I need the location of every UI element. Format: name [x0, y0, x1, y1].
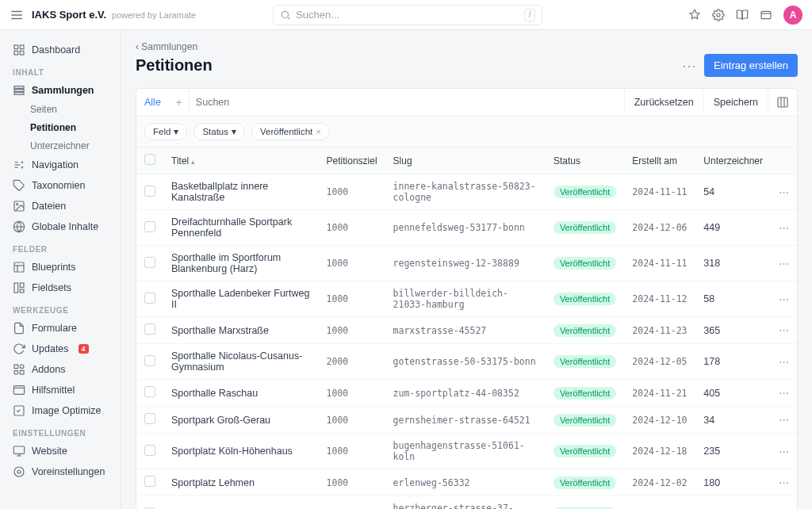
- filter-chip-published[interactable]: Veröffentlicht ×: [251, 123, 330, 140]
- sidebar-item-voreinstellungen[interactable]: Voreinstellungen: [8, 461, 116, 482]
- table-row[interactable]: Dreifachturnhalle Sportpark Pennenfeld 1…: [136, 210, 797, 246]
- col-slug[interactable]: Slug: [385, 147, 546, 174]
- status-badge: Veröffentlicht: [553, 324, 616, 337]
- sidebar-item-dashboard[interactable]: Dashboard: [8, 40, 116, 60]
- table-row[interactable]: Sporthalle Ladenbeker Furtweg II 1000 bi…: [136, 281, 797, 317]
- table-row[interactable]: Sporthalle Raschau 1000 zum-sportplatz-4…: [136, 380, 797, 407]
- row-actions-menu[interactable]: ⋯: [771, 210, 797, 246]
- row-checkbox[interactable]: [144, 386, 155, 397]
- sidebar-item-globale[interactable]: Globale Inhalte: [8, 216, 116, 237]
- col-erstellt[interactable]: Erstellt am: [624, 147, 695, 174]
- sidebar-sub-petitionen[interactable]: Petitionen: [8, 119, 116, 137]
- table-row[interactable]: Sportpark Groß-Gerau 1000 gernsheimer-st…: [136, 407, 797, 434]
- add-tab-button[interactable]: ＋: [169, 89, 189, 116]
- sidebar-item-navigation[interactable]: Navigation: [8, 155, 116, 175]
- sidebar-sub-unterzeichner[interactable]: Unterzeichner: [8, 137, 116, 155]
- page-actions-menu[interactable]: ⋯: [682, 59, 696, 73]
- row-actions-menu[interactable]: ⋯: [771, 344, 797, 380]
- sidebar-item-fieldsets[interactable]: Fieldsets: [8, 277, 116, 298]
- row-checkbox[interactable]: [144, 476, 155, 487]
- hamburger-icon[interactable]: [10, 8, 24, 22]
- table-row[interactable]: Sporthalle Nicolaus-Cusanus-Gymnasium 20…: [136, 344, 797, 380]
- reset-filters-button[interactable]: Zurücksetzen: [624, 90, 703, 114]
- col-unterzeichner[interactable]: Unterzeichner: [695, 147, 771, 174]
- gear-icon[interactable]: [712, 9, 725, 21]
- avatar[interactable]: A: [783, 6, 802, 25]
- sidebar-item-image-optimize[interactable]: Image Optimize: [8, 400, 116, 421]
- global-search[interactable]: Suchen... /: [273, 5, 542, 25]
- cell-titel: Sportplatz Köln-Höhenhaus: [163, 434, 319, 469]
- col-status[interactable]: Status: [546, 147, 624, 174]
- chevron-down-icon: ▾: [174, 126, 178, 137]
- sidebar-item-hilfsmittel[interactable]: Hilfsmittel: [8, 380, 116, 400]
- breadcrumb[interactable]: ‹ Sammlungen: [136, 41, 798, 52]
- table-row[interactable]: Sporthalle im Sportforum Blankenburg (Ha…: [136, 246, 797, 281]
- cell-titel: Sporthalle Ladenbeker Furtweg II: [163, 281, 319, 317]
- data-panel: Alle ＋ Zurücksetzen Speichern Feld ▾ Sta…: [136, 88, 798, 509]
- filter-chip-status[interactable]: Status ▾: [193, 123, 245, 140]
- cell-date: 2024-11-12: [624, 281, 695, 317]
- row-actions-menu[interactable]: ⋯: [771, 281, 797, 317]
- row-actions-menu[interactable]: ⋯: [771, 174, 797, 210]
- table-row[interactable]: Basketballplatz innere Kanalstraße 1000 …: [136, 174, 797, 210]
- row-checkbox[interactable]: [144, 355, 155, 366]
- row-checkbox[interactable]: [144, 186, 155, 197]
- globe-icon: [13, 220, 25, 233]
- cell-slug: bugenhagenstrasse-51061-koln: [385, 434, 546, 469]
- table-row[interactable]: Sporthalle Marxstraße 1000 marxstrasse-4…: [136, 317, 797, 344]
- create-entry-button[interactable]: Eintrag erstellen: [704, 54, 798, 77]
- cell-petitionsziel: 1000: [319, 469, 385, 496]
- columns-toggle-button[interactable]: [768, 90, 797, 115]
- cell-date: 2024-11-11: [624, 246, 695, 281]
- row-checkbox[interactable]: [144, 221, 155, 232]
- tab-all[interactable]: Alle: [136, 90, 169, 114]
- filter-chip-feld[interactable]: Feld ▾: [144, 123, 187, 140]
- row-checkbox[interactable]: [144, 445, 155, 456]
- sidebar-item-dateien[interactable]: Dateien: [8, 196, 116, 216]
- cell-status: Veröffentlicht: [546, 407, 624, 434]
- row-actions-menu[interactable]: ⋯: [771, 496, 797, 510]
- filter-search-input[interactable]: [189, 90, 624, 114]
- svg-rect-6: [761, 11, 771, 18]
- cell-status: Veröffentlicht: [546, 210, 624, 246]
- row-actions-menu[interactable]: ⋯: [771, 407, 797, 434]
- cell-titel: Basketballplatz innere Kanalstraße: [163, 174, 319, 210]
- sidebar-item-sammlungen[interactable]: Sammlungen: [8, 80, 116, 101]
- save-filters-button[interactable]: Speichern: [703, 90, 768, 114]
- brand: IAKS Sport e.V. powered by Laramate: [32, 9, 196, 21]
- col-petitionsziel[interactable]: Petitionsziel: [319, 147, 385, 174]
- external-link-icon[interactable]: [760, 9, 772, 21]
- sidebar-section-werkzeuge: WERKZEUGE: [8, 298, 116, 318]
- table-row[interactable]: Sportplatz Lehmen 1000 erlenweg-56332 Ve…: [136, 469, 797, 496]
- row-checkbox[interactable]: [144, 293, 155, 304]
- row-checkbox[interactable]: [144, 413, 155, 424]
- sidebar: Dashboard INHALT Sammlungen Seiten Petit…: [0, 30, 121, 509]
- row-actions-menu[interactable]: ⋯: [771, 380, 797, 407]
- select-all-checkbox[interactable]: [144, 154, 155, 165]
- sidebar-item-addons[interactable]: Addons: [8, 359, 116, 380]
- columns-icon: [776, 96, 789, 109]
- navigation-icon: [13, 159, 25, 171]
- sidebar-item-blueprints[interactable]: Blueprints: [8, 257, 116, 277]
- status-badge: Veröffentlicht: [553, 445, 616, 457]
- status-badge: Veröffentlicht: [553, 414, 616, 427]
- table-row[interactable]: Tanzhalle Schlieben 1000 herzberger-stra…: [136, 496, 797, 510]
- col-titel[interactable]: Titel: [163, 147, 319, 174]
- row-checkbox[interactable]: [144, 257, 155, 268]
- sidebar-item-updates[interactable]: Updates 4: [8, 339, 116, 359]
- sidebar-item-label: Sammlungen: [32, 85, 94, 96]
- row-checkbox[interactable]: [144, 323, 155, 335]
- sidebar-sub-seiten[interactable]: Seiten: [8, 101, 116, 119]
- sidebar-item-formulare[interactable]: Formulare: [8, 318, 116, 339]
- sidebar-item-website[interactable]: Website: [8, 441, 116, 461]
- row-actions-menu[interactable]: ⋯: [771, 469, 797, 496]
- table-row[interactable]: Sportplatz Köln-Höhenhaus 1000 bugenhage…: [136, 434, 797, 469]
- row-actions-menu[interactable]: ⋯: [771, 317, 797, 344]
- pin-icon[interactable]: [688, 9, 701, 21]
- cell-petitionsziel: 1000: [319, 496, 385, 510]
- book-icon[interactable]: [736, 9, 749, 21]
- row-actions-menu[interactable]: ⋯: [771, 434, 797, 469]
- close-icon[interactable]: ×: [316, 127, 321, 136]
- row-actions-menu[interactable]: ⋯: [771, 246, 797, 281]
- sidebar-item-taxonomien[interactable]: Taxonomien: [8, 175, 116, 196]
